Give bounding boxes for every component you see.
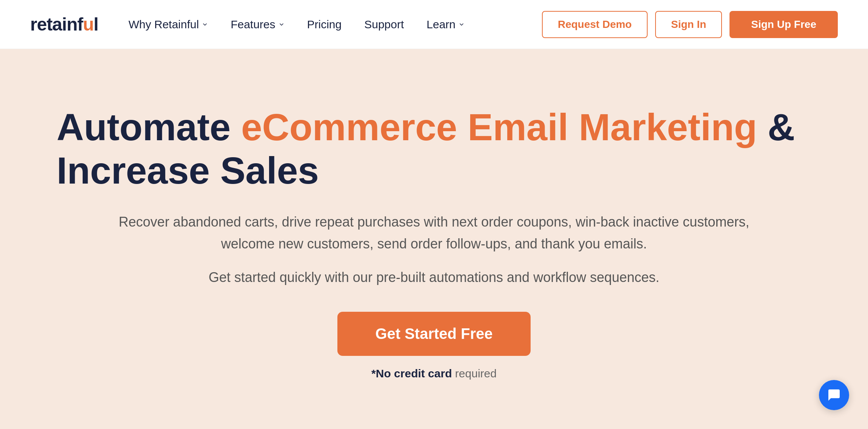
nav-link-learn[interactable]: Learn [426,18,465,31]
logo-text-dark: retainf [30,14,83,35]
nav-label-learn: Learn [426,18,456,31]
no-credit-card-text: *No credit card required [371,367,497,380]
hero-description: Recover abandoned carts, drive repeat pu… [94,211,774,254]
navbar: retainful Why Retainful Features [0,0,868,49]
hero-title: Automate eCommerce Email Marketing & Inc… [57,106,811,192]
request-demo-button[interactable]: Request Demo [542,11,648,38]
logo[interactable]: retainful [30,14,98,35]
hero-sub-description: Get started quickly with our pre-built a… [209,270,660,285]
nav-actions: Request Demo Sign In Sign Up Free [542,11,838,38]
logo-text-dark2: l [94,14,98,35]
chevron-down-icon [459,21,465,28]
chat-icon [826,388,842,403]
chat-bubble-button[interactable] [819,380,849,410]
hero-section: Automate eCommerce Email Marketing & Inc… [0,49,868,429]
sign-up-button[interactable]: Sign Up Free [729,11,838,38]
chevron-down-icon [202,21,208,28]
nav-links: Why Retainful Features Pricing [128,18,542,31]
nav-item-support[interactable]: Support [364,18,404,31]
chevron-down-icon [279,21,285,28]
no-credit-card-normal: required [452,367,497,380]
nav-link-features[interactable]: Features [231,18,284,31]
nav-item-why-retainful[interactable]: Why Retainful [128,18,208,31]
nav-label-features: Features [231,18,275,31]
nav-link-pricing[interactable]: Pricing [307,18,342,31]
nav-label-pricing: Pricing [307,18,342,31]
nav-link-why-retainful[interactable]: Why Retainful [128,18,208,31]
hero-title-part1: Automate [57,106,241,148]
nav-label-why-retainful: Why Retainful [128,18,199,31]
nav-item-features[interactable]: Features [231,18,284,31]
sign-in-button[interactable]: Sign In [655,11,722,38]
nav-item-learn[interactable]: Learn [426,18,465,31]
nav-label-support: Support [364,18,404,31]
get-started-button[interactable]: Get Started Free [337,312,530,356]
nav-item-pricing[interactable]: Pricing [307,18,342,31]
no-credit-card-bold: *No credit card [371,367,452,380]
nav-link-support[interactable]: Support [364,18,404,31]
hero-title-accent: eCommerce Email Marketing [241,106,757,148]
logo-accent-letter: u [83,14,94,35]
